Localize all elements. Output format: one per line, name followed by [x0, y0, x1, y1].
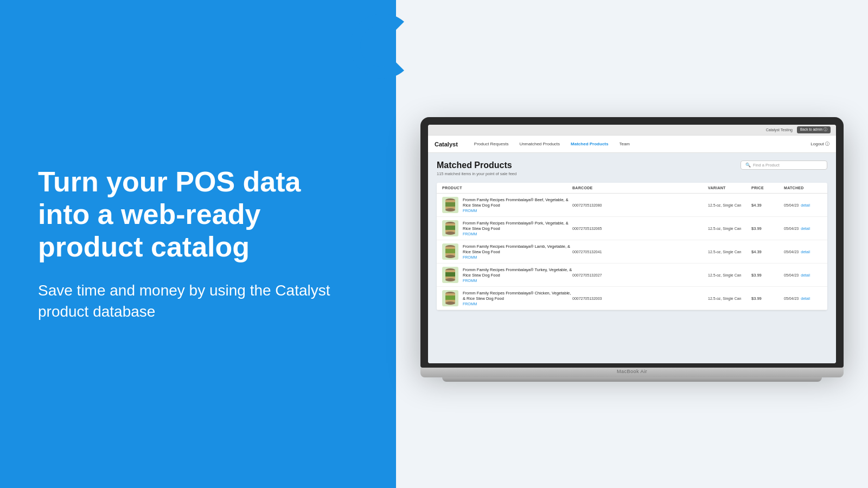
price: $3.99	[751, 226, 784, 231]
variant: 12.5-oz, Single Can	[708, 297, 751, 300]
matched-date: 05/04/23	[784, 227, 799, 230]
detail-link[interactable]: detail	[801, 203, 810, 207]
product-cell: Fromm Family Recipes Frommbalaya® Beef, …	[442, 197, 572, 213]
page-header: Matched Products 115 matched items in yo…	[437, 160, 827, 176]
product-brand[interactable]: FROMM	[463, 255, 572, 259]
table-row: Fromm Family Recipes Frommbalaya® Turkey…	[437, 264, 827, 287]
page-title: Matched Products	[437, 160, 516, 170]
product-brand[interactable]: FROMM	[463, 209, 572, 213]
col-product: Product	[442, 186, 572, 190]
nav-link-product-requests[interactable]: Product Requests	[474, 142, 509, 146]
back-to-admin-button[interactable]: Back to admin ⓘ	[797, 126, 831, 133]
main-content: Matched Products 115 matched items in yo…	[428, 153, 836, 363]
matched-date: 05/04/23	[784, 250, 799, 254]
table-row: Fromm Family Recipes Frommbalaya® Pork, …	[437, 217, 827, 240]
products-table: Product Barcode Variant Price Matched	[437, 183, 827, 310]
nav-link-team[interactable]: Team	[619, 142, 630, 146]
product-name: Fromm Family Recipes Frommbalaya® Pork, …	[463, 221, 572, 232]
col-variant: Variant	[708, 186, 751, 190]
product-cell: Fromm Family Recipes Frommbalaya® Turkey…	[442, 267, 572, 283]
laptop-screen: Catalyst Testing Back to admin ⓘ Catalys…	[428, 125, 836, 363]
right-panel: Catalyst Testing Back to admin ⓘ Catalys…	[396, 0, 868, 488]
logout-button[interactable]: Logout ⓘ	[810, 141, 829, 147]
product-image	[442, 267, 458, 283]
product-info: Fromm Family Recipes Frommbalaya® Turkey…	[463, 267, 572, 283]
variant: 12.5-oz, Single Can	[708, 250, 751, 254]
svg-rect-2	[445, 202, 455, 207]
variant: 12.5-oz, Single Can	[708, 203, 751, 207]
nav-brand: Catalyst	[435, 141, 458, 147]
matched-date: 05/04/23	[784, 273, 799, 277]
subheadline: Save time and money by using the Catalys…	[38, 280, 358, 322]
detail-link[interactable]: detail	[801, 250, 810, 254]
table-row: Fromm Family Recipes Frommbalaya® Lamb, …	[437, 240, 827, 264]
matched-cell: 05/04/23 detail	[784, 273, 822, 277]
product-image	[442, 197, 458, 213]
svg-rect-18	[445, 296, 455, 300]
detail-link[interactable]: detail	[801, 273, 810, 277]
product-image	[442, 243, 458, 260]
table-header: Product Barcode Variant Price Matched	[437, 183, 827, 194]
svg-rect-14	[445, 272, 455, 277]
variant: 12.5-oz, Single Can	[708, 227, 751, 230]
svg-rect-10	[445, 249, 455, 253]
search-icon: 🔍	[745, 163, 751, 168]
product-name: Fromm Family Recipes Frommbalaya® Lamb, …	[463, 244, 572, 255]
product-info: Fromm Family Recipes Frommbalaya® Pork, …	[463, 221, 572, 236]
nav-link-unmatched-products[interactable]: Unmatched Products	[519, 142, 560, 146]
col-matched: Matched	[784, 186, 822, 190]
col-barcode: Barcode	[572, 186, 708, 190]
product-brand[interactable]: FROMM	[463, 302, 572, 306]
barcode: 00072705132080	[572, 203, 708, 207]
product-name: Fromm Family Recipes Frommbalaya® Turkey…	[463, 267, 572, 278]
product-image	[442, 220, 458, 236]
admin-bar: Catalyst Testing Back to admin ⓘ	[428, 125, 836, 136]
svg-rect-6	[445, 226, 455, 230]
search-box[interactable]: 🔍 Find a Product	[741, 160, 827, 170]
nav-link-matched-products[interactable]: Matched Products	[571, 142, 608, 146]
matched-cell: 05/04/23 detail	[784, 227, 822, 230]
svg-point-11	[445, 255, 455, 258]
page-subtitle: 115 matched items in your point of sale …	[437, 171, 516, 176]
matched-cell: 05/04/23 detail	[784, 203, 822, 207]
matched-date: 05/04/23	[784, 203, 799, 207]
product-cell: Fromm Family Recipes Frommbalaya® Lamb, …	[442, 243, 572, 260]
col-price: Price	[751, 186, 784, 190]
nav-bar: Catalyst Product Requests Unmatched Prod…	[428, 136, 836, 153]
matched-cell: 05/04/23 detail	[784, 250, 822, 254]
matched-date: 05/04/23	[784, 297, 799, 300]
product-image	[442, 290, 458, 306]
table-row: Fromm Family Recipes Frommbalaya® Chicke…	[437, 287, 827, 310]
laptop-foot	[442, 377, 822, 382]
product-info: Fromm Family Recipes Frommbalaya® Lamb, …	[463, 244, 572, 260]
product-name: Fromm Family Recipes Frommbalaya® Beef, …	[463, 197, 572, 208]
laptop-base	[420, 368, 844, 377]
price: $4.39	[751, 249, 784, 254]
left-panel: Turn your POS data into a web-ready prod…	[0, 0, 396, 488]
table-row: Fromm Family Recipes Frommbalaya® Beef, …	[437, 194, 827, 217]
product-cell: Fromm Family Recipes Frommbalaya® Chicke…	[442, 290, 572, 306]
barcode: 00072705132065	[572, 227, 708, 230]
page-title-group: Matched Products 115 matched items in yo…	[437, 160, 516, 176]
catalyst-logo	[347, 11, 418, 81]
variant: 12.5-oz, Single Can	[708, 273, 751, 277]
laptop: Catalyst Testing Back to admin ⓘ Catalys…	[420, 117, 844, 382]
product-name: Fromm Family Recipes Frommbalaya® Chicke…	[463, 291, 572, 301]
detail-link[interactable]: detail	[801, 297, 810, 300]
detail-link[interactable]: detail	[801, 227, 810, 230]
product-brand[interactable]: FROMM	[463, 232, 572, 236]
headline: Turn your POS data into a web-ready prod…	[38, 166, 358, 263]
laptop-screen-outer: Catalyst Testing Back to admin ⓘ Catalys…	[420, 117, 844, 368]
price: $3.99	[751, 273, 784, 278]
svg-point-19	[445, 301, 455, 305]
product-info: Fromm Family Recipes Frommbalaya® Chicke…	[463, 291, 572, 306]
admin-bar-text: Catalyst Testing	[766, 128, 793, 132]
search-placeholder: Find a Product	[753, 163, 780, 168]
matched-cell: 05/04/23 detail	[784, 297, 822, 300]
app-ui: Catalyst Testing Back to admin ⓘ Catalys…	[428, 125, 836, 363]
svg-point-15	[445, 278, 455, 281]
svg-point-3	[445, 208, 455, 211]
product-cell: Fromm Family Recipes Frommbalaya® Pork, …	[442, 220, 572, 236]
barcode: 00072705132003	[572, 297, 708, 300]
product-brand[interactable]: FROMM	[463, 279, 572, 282]
